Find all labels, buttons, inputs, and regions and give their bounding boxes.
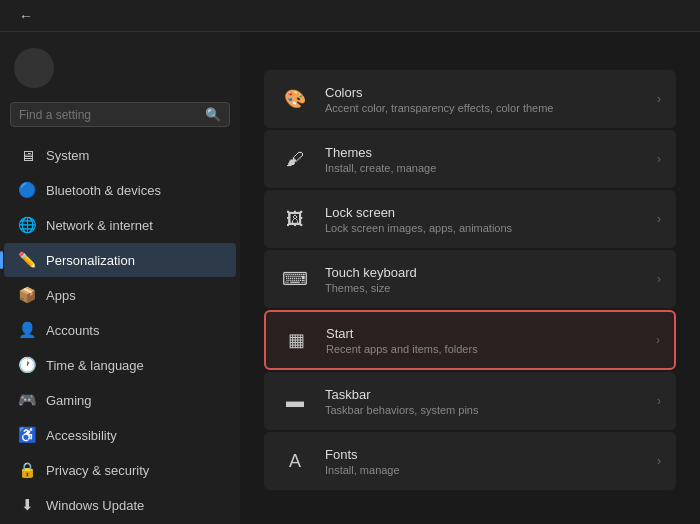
windowsupdate-icon: ⬇ [18,496,36,514]
user-section [0,40,240,102]
taskbar-chevron: › [657,394,661,408]
lockscreen-title: Lock screen [325,205,643,220]
fonts-desc: Install, manage [325,464,643,476]
lockscreen-desc: Lock screen images, apps, animations [325,222,643,234]
sidebar-item-label: Apps [46,288,76,303]
touchkeyboard-desc: Themes, size [325,282,643,294]
setting-item-themes[interactable]: 🖌 Themes Install, create, manage › [264,130,676,188]
sidebar-item-label: Gaming [46,393,92,408]
fonts-icon: A [279,445,311,477]
start-chevron: › [656,333,660,347]
setting-item-fonts[interactable]: A Fonts Install, manage › [264,432,676,490]
search-input[interactable] [19,108,199,122]
bluetooth-icon: 🔵 [18,181,36,199]
lockscreen-icon: 🖼 [279,203,311,235]
start-icon: ▦ [280,324,312,356]
colors-icon: 🎨 [279,83,311,115]
setting-item-lockscreen[interactable]: 🖼 Lock screen Lock screen images, apps, … [264,190,676,248]
accessibility-icon: ♿ [18,426,36,444]
taskbar-title: Taskbar [325,387,643,402]
search-icon: 🔍 [205,107,221,122]
colors-desc: Accent color, transparency effects, colo… [325,102,643,114]
sidebar-item-personalization[interactable]: ✏️ Personalization [4,243,236,277]
apps-icon: 📦 [18,286,36,304]
taskbar-icon: ▬ [279,385,311,417]
sidebar-item-label: Privacy & security [46,463,149,478]
colors-chevron: › [657,92,661,106]
nav-container: 🖥 System 🔵 Bluetooth & devices 🌐 Network… [0,137,240,523]
sidebar-item-label: Bluetooth & devices [46,183,161,198]
system-icon: 🖥 [18,146,36,164]
content-area: 🎨 Colors Accent color, transparency effe… [240,32,700,524]
sidebar-item-system[interactable]: 🖥 System [4,138,236,172]
taskbar-desc: Taskbar behaviors, system pins [325,404,643,416]
sidebar: 🔍 🖥 System 🔵 Bluetooth & devices 🌐 Netwo… [0,32,240,524]
themes-chevron: › [657,152,661,166]
sidebar-item-label: Personalization [46,253,135,268]
sidebar-item-network[interactable]: 🌐 Network & internet [4,208,236,242]
sidebar-item-label: Accounts [46,323,99,338]
sidebar-item-label: Windows Update [46,498,144,513]
network-icon: 🌐 [18,216,36,234]
sidebar-item-label: Accessibility [46,428,117,443]
accounts-icon: 👤 [18,321,36,339]
settings-list: 🎨 Colors Accent color, transparency effe… [264,70,676,490]
sidebar-item-time[interactable]: 🕐 Time & language [4,348,236,382]
sidebar-item-apps[interactable]: 📦 Apps [4,278,236,312]
touchkeyboard-title: Touch keyboard [325,265,643,280]
fonts-title: Fonts [325,447,643,462]
setting-item-colors[interactable]: 🎨 Colors Accent color, transparency effe… [264,70,676,128]
sidebar-item-privacy[interactable]: 🔒 Privacy & security [4,453,236,487]
start-title: Start [326,326,642,341]
back-icon: ← [19,8,33,24]
sidebar-item-label: System [46,148,89,163]
sidebar-item-gaming[interactable]: 🎮 Gaming [4,383,236,417]
search-box[interactable]: 🔍 [10,102,230,127]
sidebar-item-windowsupdate[interactable]: ⬇ Windows Update [4,488,236,522]
touchkeyboard-icon: ⌨ [279,263,311,295]
themes-title: Themes [325,145,643,160]
title-bar: ← [0,0,700,32]
setting-item-touchkeyboard[interactable]: ⌨ Touch keyboard Themes, size › [264,250,676,308]
avatar [14,48,54,88]
sidebar-item-label: Time & language [46,358,144,373]
back-button[interactable]: ← [12,2,40,30]
touchkeyboard-chevron: › [657,272,661,286]
sidebar-item-bluetooth[interactable]: 🔵 Bluetooth & devices [4,173,236,207]
colors-title: Colors [325,85,643,100]
start-desc: Recent apps and items, folders [326,343,642,355]
main-layout: 🔍 🖥 System 🔵 Bluetooth & devices 🌐 Netwo… [0,32,700,524]
lockscreen-chevron: › [657,212,661,226]
setting-item-taskbar[interactable]: ▬ Taskbar Taskbar behaviors, system pins… [264,372,676,430]
privacy-icon: 🔒 [18,461,36,479]
themes-desc: Install, create, manage [325,162,643,174]
gaming-icon: 🎮 [18,391,36,409]
fonts-chevron: › [657,454,661,468]
time-icon: 🕐 [18,356,36,374]
setting-item-start[interactable]: ▦ Start Recent apps and items, folders › [264,310,676,370]
sidebar-item-label: Network & internet [46,218,153,233]
themes-icon: 🖌 [279,143,311,175]
personalization-icon: ✏️ [18,251,36,269]
sidebar-item-accessibility[interactable]: ♿ Accessibility [4,418,236,452]
sidebar-item-accounts[interactable]: 👤 Accounts [4,313,236,347]
